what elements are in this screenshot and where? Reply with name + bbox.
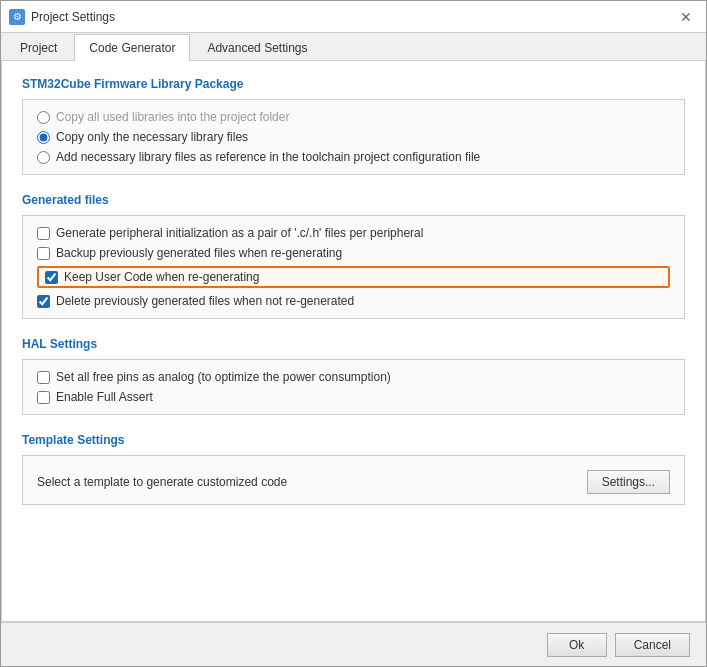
template-row: Select a template to generate customized… — [37, 470, 670, 494]
ok-button[interactable]: Ok — [547, 633, 607, 657]
generated-files-box: Generate peripheral initialization as a … — [22, 215, 685, 319]
firmware-section-box: Copy all used libraries into the project… — [22, 99, 685, 175]
template-settings-box: Select a template to generate customized… — [22, 455, 685, 505]
tab-content: STM32Cube Firmware Library Package Copy … — [1, 61, 706, 622]
hal-settings-box: Set all free pins as analog (to optimize… — [22, 359, 685, 415]
tab-project[interactable]: Project — [5, 34, 72, 61]
firmware-option-add-reference[interactable]: Add necessary library files as reference… — [37, 150, 670, 164]
checkbox-gen-peripheral-input[interactable] — [37, 227, 50, 240]
firmware-radio-group: Copy all used libraries into the project… — [37, 110, 670, 164]
firmware-section-title: STM32Cube Firmware Library Package — [22, 77, 685, 91]
checkbox-enable-full-assert-input[interactable] — [37, 391, 50, 404]
window-title: Project Settings — [31, 10, 115, 24]
cancel-button[interactable]: Cancel — [615, 633, 690, 657]
generated-files-title: Generated files — [22, 193, 685, 207]
template-settings-section: Template Settings Select a template to g… — [22, 433, 685, 505]
generated-files-checkboxes: Generate peripheral initialization as a … — [37, 226, 670, 308]
checkbox-enable-full-assert[interactable]: Enable Full Assert — [37, 390, 670, 404]
main-area: STM32Cube Firmware Library Package Copy … — [1, 61, 706, 622]
checkbox-keep-user-code[interactable]: Keep User Code when re-generating — [37, 266, 670, 288]
firmware-radio-copy-necessary[interactable] — [37, 131, 50, 144]
close-button[interactable]: ✕ — [674, 7, 698, 27]
title-bar: ⚙ Project Settings ✕ — [1, 1, 706, 33]
template-settings-title: Template Settings — [22, 433, 685, 447]
template-settings-button[interactable]: Settings... — [587, 470, 670, 494]
firmware-radio-add-reference[interactable] — [37, 151, 50, 164]
firmware-option-copy-necessary[interactable]: Copy only the necessary library files — [37, 130, 670, 144]
checkbox-keep-user-code-input[interactable] — [45, 271, 58, 284]
window-icon: ⚙ — [9, 9, 25, 25]
checkbox-backup-previously[interactable]: Backup previously generated files when r… — [37, 246, 670, 260]
firmware-radio-copy-all[interactable] — [37, 111, 50, 124]
checkbox-set-free-pins-input[interactable] — [37, 371, 50, 384]
checkbox-backup-previously-input[interactable] — [37, 247, 50, 260]
firmware-section: STM32Cube Firmware Library Package Copy … — [22, 77, 685, 175]
project-settings-window: ⚙ Project Settings ✕ Project Code Genera… — [0, 0, 707, 667]
hal-settings-title: HAL Settings — [22, 337, 685, 351]
checkbox-gen-peripheral[interactable]: Generate peripheral initialization as a … — [37, 226, 670, 240]
generated-files-section: Generated files Generate peripheral init… — [22, 193, 685, 319]
template-description: Select a template to generate customized… — [37, 475, 287, 489]
dialog-footer: Ok Cancel — [1, 622, 706, 666]
checkbox-delete-previously[interactable]: Delete previously generated files when n… — [37, 294, 670, 308]
checkbox-delete-previously-input[interactable] — [37, 295, 50, 308]
title-bar-left: ⚙ Project Settings — [9, 9, 115, 25]
tab-advanced-settings[interactable]: Advanced Settings — [192, 34, 322, 61]
firmware-option-copy-all[interactable]: Copy all used libraries into the project… — [37, 110, 670, 124]
hal-settings-checkboxes: Set all free pins as analog (to optimize… — [37, 370, 670, 404]
tab-bar: Project Code Generator Advanced Settings — [1, 33, 706, 61]
hal-settings-section: HAL Settings Set all free pins as analog… — [22, 337, 685, 415]
checkbox-set-free-pins[interactable]: Set all free pins as analog (to optimize… — [37, 370, 670, 384]
tab-code-generator[interactable]: Code Generator — [74, 34, 190, 61]
